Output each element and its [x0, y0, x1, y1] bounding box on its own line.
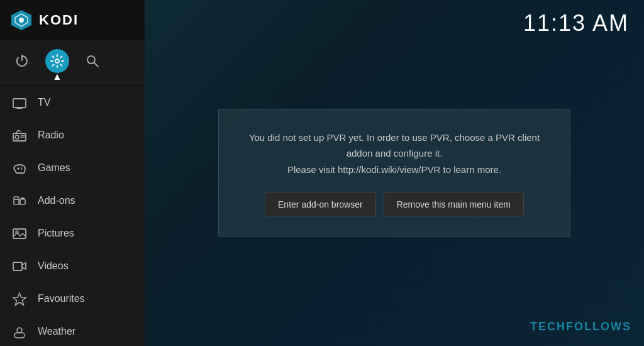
sidebar-item-games-label: Games	[38, 162, 70, 174]
sidebar-item-games[interactable]: Games	[0, 152, 145, 184]
pvr-message-line1: You did not set up PVR yet. In order to …	[249, 132, 540, 159]
sidebar-item-weather-label: Weather	[38, 326, 75, 337]
sidebar-item-pictures-label: Pictures	[38, 228, 74, 239]
svg-rect-18	[20, 199, 25, 204]
svg-marker-24	[13, 293, 26, 305]
sidebar-item-radio-label: Radio	[38, 130, 64, 141]
videos-icon	[11, 258, 28, 274]
tv-icon	[11, 94, 28, 111]
pictures-icon	[11, 225, 28, 242]
sidebar-item-favourites-label: Favourites	[38, 293, 85, 304]
svg-point-15	[21, 167, 22, 169]
sidebar-item-weather[interactable]: Weather	[0, 315, 145, 346]
weather-icon	[11, 323, 28, 340]
svg-point-2	[19, 18, 24, 23]
favourites-icon	[11, 291, 28, 307]
app-title: KODI	[39, 12, 79, 28]
sidebar-item-addons-label: Add-ons	[38, 195, 75, 206]
svg-point-10	[15, 135, 19, 139]
sidebar-item-favourites[interactable]: Favourites	[0, 282, 145, 315]
pvr-dialog: You did not set up PVR yet. In order to …	[218, 109, 570, 238]
sidebar-item-addons[interactable]: Add-ons	[0, 184, 145, 217]
sidebar-header: KODI	[0, 0, 145, 40]
sidebar-toolbar: ▲	[0, 40, 145, 82]
games-icon	[11, 160, 28, 176]
settings-button[interactable]: ▲	[45, 49, 69, 73]
svg-rect-19	[14, 197, 19, 199]
sidebar-item-pictures[interactable]: Pictures	[0, 217, 145, 250]
sidebar-item-tv-label: TV	[38, 97, 50, 108]
sidebar-item-tv[interactable]: TV	[0, 86, 145, 119]
svg-rect-6	[13, 99, 26, 108]
sidebar: KODI ▲ TV	[0, 0, 145, 346]
enter-addon-browser-button[interactable]: Enter add-on browser	[265, 193, 376, 216]
watermark: TECHFOLLOWS	[530, 320, 631, 333]
pvr-buttons: Enter add-on browser Remove this main me…	[244, 193, 545, 216]
remove-menu-item-button[interactable]: Remove this main menu item	[384, 193, 524, 216]
svg-point-3	[55, 59, 59, 63]
sidebar-nav: TV Radio Games Add-ons Pictures	[0, 82, 145, 346]
kodi-logo-icon	[10, 9, 33, 31]
search-button[interactable]	[80, 49, 104, 73]
main-content: 11:13 AM You did not set up PVR yet. In …	[145, 0, 644, 346]
addons-icon	[11, 193, 28, 209]
svg-rect-21	[13, 229, 26, 238]
radio-icon	[11, 127, 28, 143]
sidebar-item-videos[interactable]: Videos	[0, 250, 145, 282]
sidebar-item-radio[interactable]: Radio	[0, 119, 145, 152]
clock: 11:13 AM	[523, 10, 629, 36]
svg-rect-23	[13, 262, 22, 271]
pvr-message: You did not set up PVR yet. In order to …	[244, 130, 545, 178]
svg-point-25	[17, 328, 22, 333]
svg-rect-17	[14, 199, 19, 204]
svg-line-5	[94, 63, 99, 67]
svg-point-16	[21, 169, 22, 170]
power-button[interactable]	[10, 49, 34, 73]
svg-marker-20	[20, 197, 25, 199]
sidebar-item-videos-label: Videos	[38, 260, 69, 272]
pvr-message-line2: Please visit http://kodi.wiki/view/PVR t…	[287, 164, 501, 175]
